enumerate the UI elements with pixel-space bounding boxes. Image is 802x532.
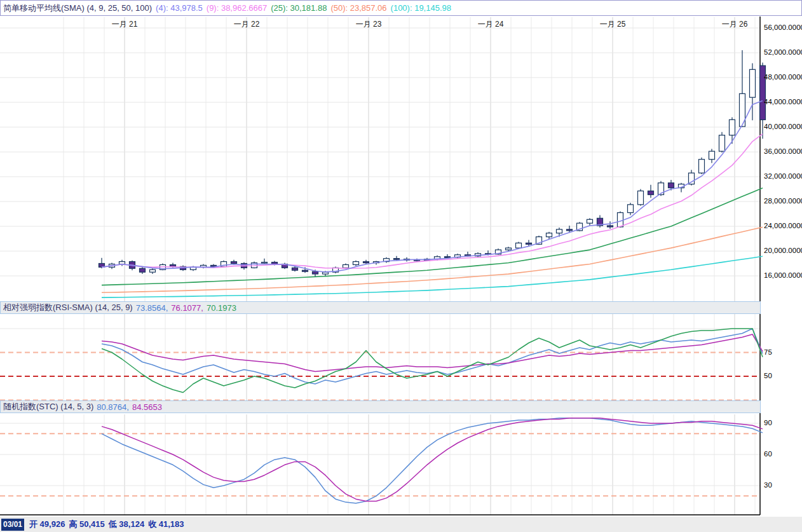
sma-indicator-values: (4): 43,978.5(9): 38,962.6667(25): 30,18… (152, 3, 451, 13)
stc-indicator-header[interactable]: 随机指数(STC) (14, 5, 3) 80.8764,84.5653 (0, 400, 761, 413)
sma-value: (4): 43,978.5 (156, 3, 203, 13)
sma-value: (50): 23,857.06 (330, 3, 386, 13)
stc-indicator-label: 随机指数(STC) (14, 5, 3) (3, 401, 93, 413)
rsi-value: 73.8564, (136, 303, 168, 313)
charting-app-window: 简单移动平均线(SMA) (4, 9, 25, 50, 100) (4): 43… (0, 0, 802, 532)
sma-indicator-header[interactable]: 简单移动平均线(SMA) (4, 9, 25, 50, 100) (4): 43… (0, 0, 802, 16)
rsi-chart-canvas[interactable] (0, 314, 760, 400)
axis-tick-label: 28,000.0000 (764, 197, 802, 205)
axis-tick-label: 16,000.0000 (764, 271, 802, 279)
axis-tick-label: 90 (764, 419, 802, 426)
rsi-indicator-header[interactable]: 相对强弱指数(RSI-SMA) (14, 25, 9) 73.8564,76.1… (0, 301, 761, 314)
rsi-value: 76.1077, (171, 303, 203, 313)
sma-value: (100): 19,145.98 (391, 3, 451, 13)
rsi-indicator-values: 73.8564,76.1077,70.1973 (133, 303, 236, 313)
ohlc-field-低: 低 38,124 (109, 519, 144, 529)
axis-tick-label: 56,000.0000 (764, 24, 802, 31)
axis-tick-label: 40,000.0000 (764, 123, 802, 130)
rsi-value: 70.1973 (207, 303, 236, 313)
ohlc-field-收: 收 41,183 (148, 519, 184, 529)
axis-tick-label: 36,000.0000 (764, 147, 802, 155)
axis-tick-label: 30 (764, 481, 802, 489)
ohlc-field-高: 高 50,415 (69, 519, 104, 529)
stc-indicator-values: 80.8764,84.5653 (93, 402, 162, 412)
ohlc-readout: 开 49,926高 50,415低 38,124收 41,183 (29, 519, 188, 530)
rsi-indicator-label: 相对强弱指数(RSI-SMA) (14, 25, 9) (3, 302, 133, 313)
axis-tick-label: 20,000.0000 (764, 247, 802, 254)
main-chart-canvas[interactable] (0, 17, 760, 301)
sma-value: (25): 30,181.88 (271, 3, 327, 13)
status-bar: 03/01 开 49,926高 50,415低 38,124收 41,183 (0, 517, 802, 532)
ohlc-field-开: 开 49,926 (29, 519, 65, 529)
axis-tick-label: 24,000.0000 (764, 222, 802, 229)
stc-value: 80.8764, (97, 402, 129, 412)
stc-chart-canvas[interactable] (0, 414, 760, 515)
axis-tick-label: 32,000.0000 (764, 172, 802, 180)
axis-tick-label: 75 (764, 348, 802, 356)
axis-tick-label: 60 (764, 450, 802, 458)
axis-tick-label: 48,000.0000 (764, 73, 802, 81)
axis-tick-label: 44,000.0000 (764, 98, 802, 106)
axis-tick-label: 52,000.0000 (764, 48, 802, 56)
sma-value: (9): 38,962.6667 (207, 3, 267, 13)
stc-value: 84.5653 (132, 402, 162, 412)
date-badge: 03/01 (1, 519, 24, 531)
sma-indicator-label: 简单移动平均线(SMA) (4, 9, 25, 50, 100) (3, 3, 152, 14)
axis-tick-label: 50 (764, 372, 802, 379)
